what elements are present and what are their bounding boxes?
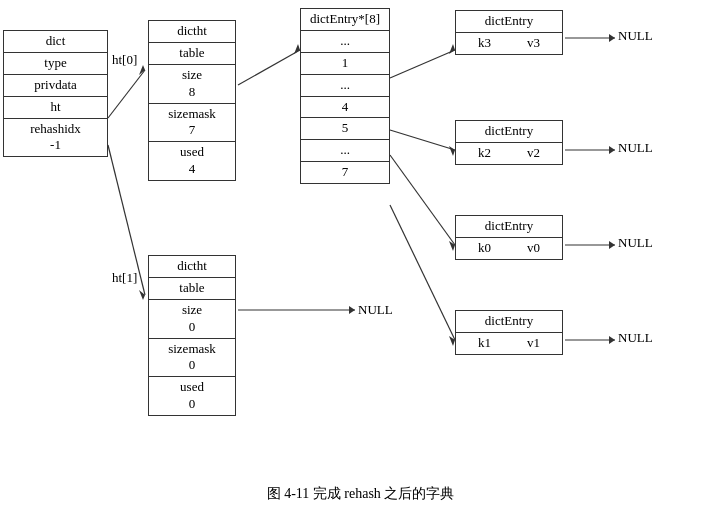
svg-line-0 xyxy=(108,70,145,118)
entry-k1v1-box: dictEntry k1 v1 xyxy=(455,310,563,355)
dictht-top-table: table xyxy=(149,43,235,65)
dict-label: dict xyxy=(4,31,107,53)
array-title: dictEntry*[8] xyxy=(301,9,389,31)
v2-label: v2 xyxy=(527,145,540,162)
array-row-1: 1 xyxy=(301,53,389,75)
dictht-top-box: dictht table size8 sizemask7 used4 xyxy=(148,20,236,181)
dictht-top-size: size8 xyxy=(149,65,235,104)
dict-ht: ht xyxy=(4,97,107,119)
dictht-bottom-size: size0 xyxy=(149,300,235,339)
k2-label: k2 xyxy=(478,145,491,162)
v0-label: v0 xyxy=(527,240,540,257)
entry-k0v0-kv: k0 v0 xyxy=(456,238,562,259)
entry-k3v3-box: dictEntry k3 v3 xyxy=(455,10,563,55)
svg-marker-23 xyxy=(609,336,615,344)
entry-k0v0-box: dictEntry k0 v0 xyxy=(455,215,563,260)
dictht-bottom-sizemask: sizemask0 xyxy=(149,339,235,378)
svg-marker-1 xyxy=(139,65,145,75)
svg-line-4 xyxy=(238,50,300,85)
array-row-6: ... xyxy=(301,140,389,162)
entry-k3v3-title: dictEntry xyxy=(456,11,562,33)
entry-k2v2-title: dictEntry xyxy=(456,121,562,143)
ht0-label: ht[0] xyxy=(112,52,137,68)
array-row-0: ... xyxy=(301,31,389,53)
svg-marker-21 xyxy=(609,241,615,249)
array-row-7: 7 xyxy=(301,162,389,183)
null-k3v3: NULL xyxy=(618,28,653,44)
dictht-top-used: used4 xyxy=(149,142,235,180)
k0-label: k0 xyxy=(478,240,491,257)
dict-rehashidx: rehashidx-1 xyxy=(4,119,107,157)
v1-label: v1 xyxy=(527,335,540,352)
k3-label: k3 xyxy=(478,35,491,52)
svg-marker-7 xyxy=(349,306,355,314)
entry-k2v2-kv: k2 v2 xyxy=(456,143,562,164)
dict-box: dict type privdata ht rehashidx-1 xyxy=(3,30,108,157)
dict-privdata: privdata xyxy=(4,75,107,97)
null-bottom-label: NULL xyxy=(358,302,393,318)
array-box: dictEntry*[8] ... 1 ... 4 5 ... 7 xyxy=(300,8,390,184)
null-k1v1: NULL xyxy=(618,330,653,346)
svg-marker-19 xyxy=(609,146,615,154)
svg-line-8 xyxy=(390,50,455,78)
array-row-4: 4 xyxy=(301,97,389,119)
diagram: dict type privdata ht rehashidx-1 ht[0] … xyxy=(0,0,721,480)
array-row-5: 5 xyxy=(301,118,389,140)
entry-k2v2-box: dictEntry k2 v2 xyxy=(455,120,563,165)
entry-k0v0-title: dictEntry xyxy=(456,216,562,238)
null-k0v0: NULL xyxy=(618,235,653,251)
svg-line-14 xyxy=(390,205,455,340)
caption-text: 图 4-11 完成 rehash 之后的字典 xyxy=(267,486,455,501)
entry-k1v1-kv: k1 v1 xyxy=(456,333,562,354)
entry-k3v3-kv: k3 v3 xyxy=(456,33,562,54)
null-k2v2: NULL xyxy=(618,140,653,156)
dictht-top-sizemask: sizemask7 xyxy=(149,104,235,143)
v3-label: v3 xyxy=(527,35,540,52)
k1-label: k1 xyxy=(478,335,491,352)
ht1-label: ht[1] xyxy=(112,270,137,286)
array-row-2: ... xyxy=(301,75,389,97)
svg-marker-17 xyxy=(609,34,615,42)
entry-k1v1-title: dictEntry xyxy=(456,311,562,333)
dictht-top-title: dictht xyxy=(149,21,235,43)
dictht-bottom-box: dictht table size0 sizemask0 used0 xyxy=(148,255,236,416)
svg-line-12 xyxy=(390,155,455,245)
dict-type: type xyxy=(4,53,107,75)
svg-marker-3 xyxy=(139,290,145,300)
dictht-bottom-used: used0 xyxy=(149,377,235,415)
dictht-bottom-table: table xyxy=(149,278,235,300)
caption: 图 4-11 完成 rehash 之后的字典 xyxy=(0,477,721,507)
svg-line-10 xyxy=(390,130,455,150)
dictht-bottom-title: dictht xyxy=(149,256,235,278)
